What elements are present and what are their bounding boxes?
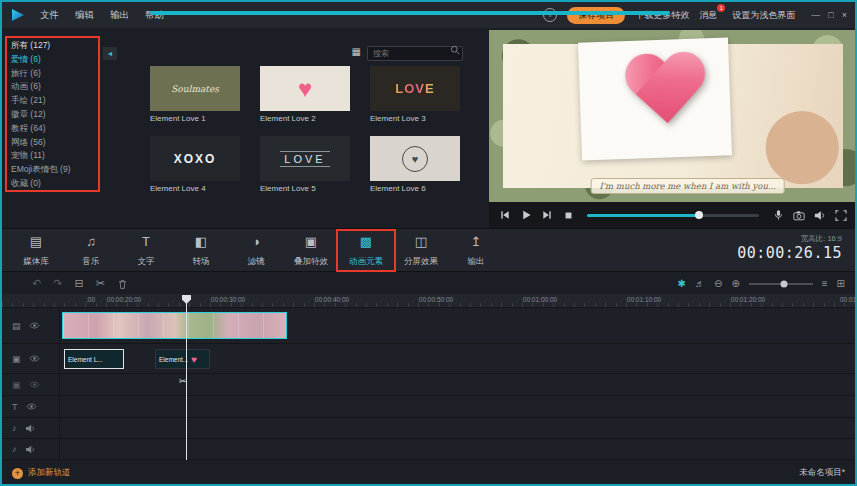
messages-link[interactable]: 消息1 — [699, 9, 722, 22]
category-pets[interactable]: 宠物 (11) — [11, 149, 97, 163]
save-project-button[interactable]: 保存项目 — [567, 7, 625, 24]
tab-overlay[interactable]: ▣叠加特效 — [287, 234, 335, 268]
seek-bar[interactable] — [587, 214, 759, 217]
ruler-label: 00:01:3 — [840, 296, 857, 303]
media-toolbar: ▤媒体库 ♫音乐 T文字 ◧转场 ◑滤镜 ▣叠加特效 ▩动画元素 ◫分屏效果 ↥… — [2, 228, 855, 272]
thumbnail: LOVE — [260, 136, 350, 181]
grid-view-icon[interactable]: ▦ — [352, 46, 361, 57]
library-item[interactable]: Soulmates Element Love 1 — [150, 66, 240, 123]
tab-transition[interactable]: ◧转场 — [177, 234, 225, 268]
fit-timeline-icon[interactable]: ≡ — [822, 278, 828, 289]
category-badge[interactable]: 徽章 (12) — [11, 108, 97, 122]
category-travel[interactable]: 旅行 (6) — [11, 67, 97, 81]
stop-button[interactable] — [561, 208, 575, 222]
timeline-zoom-slider[interactable] — [749, 283, 813, 285]
category-all[interactable]: 所有 (127) — [11, 39, 97, 53]
element-clip-1[interactable]: Element L... — [64, 349, 124, 369]
zoom-handle[interactable] — [780, 280, 787, 287]
search-input[interactable] — [367, 46, 463, 61]
speaker-icon[interactable] — [25, 445, 36, 454]
zoom-in-icon[interactable]: ⊕ — [731, 278, 739, 289]
timeline-ruler[interactable]: :00 00:00:20:00 00:00:30:00 00:00:40:00 … — [2, 294, 855, 308]
eye-icon[interactable] — [29, 380, 40, 389]
category-web[interactable]: 网络 (56) — [11, 136, 97, 150]
zoom-out-icon[interactable]: ⊖ — [714, 278, 722, 289]
category-love[interactable]: 爱情 (6) — [11, 53, 97, 67]
library-item[interactable]: ♥ Element Love 2 — [260, 66, 350, 123]
play-button[interactable] — [519, 208, 533, 222]
maximize-button[interactable]: □ — [828, 10, 833, 20]
add-track-button[interactable]: + 添加新轨道 — [12, 467, 71, 479]
text-track-header: T — [2, 396, 60, 417]
menu-export[interactable]: 输出 — [102, 9, 137, 22]
voiceover-mic-button[interactable] — [771, 208, 785, 222]
library-item[interactable]: LOVE Element Love 3 — [370, 66, 460, 123]
seek-fill — [587, 214, 699, 217]
render-preview-icon[interactable]: ✱ — [678, 278, 686, 289]
minimize-button[interactable]: — — [811, 10, 820, 20]
light-theme-link[interactable]: 设置为浅色界面 — [732, 9, 795, 22]
audio-track-1[interactable]: ♪ — [2, 418, 855, 439]
speaker-icon[interactable] — [25, 424, 36, 433]
element-clip-2[interactable]: Element...♥ — [155, 349, 210, 369]
volume-button[interactable] — [813, 208, 827, 222]
ruler-label: 00:00:40:00 — [315, 296, 349, 303]
category-emoji[interactable]: EMoji表情包 (9) — [11, 163, 97, 177]
category-favorites[interactable]: 收藏 (0) — [11, 177, 97, 191]
snapshot-camera-button[interactable] — [792, 208, 806, 222]
category-handdrawn[interactable]: 手绘 (21) — [11, 94, 97, 108]
video-clip[interactable] — [62, 312, 287, 339]
item-name: Element Love 2 — [260, 114, 350, 123]
audio-mixer-icon[interactable]: ♬ — [695, 278, 705, 289]
media-library-icon: ▤ — [12, 234, 60, 250]
overlay-icon: ▣ — [287, 234, 335, 250]
element-track-1[interactable]: ▣ Element L... Element...♥ — [2, 344, 855, 374]
next-frame-button[interactable] — [540, 208, 554, 222]
app-logo-icon — [12, 9, 24, 21]
tab-label: 叠加特效 — [294, 256, 328, 266]
undo-icon[interactable]: ↶ — [32, 277, 41, 290]
timeline-scrollbar[interactable] — [150, 11, 670, 15]
audio-track-header: ♪ — [2, 418, 60, 438]
seek-handle[interactable] — [695, 211, 703, 219]
tab-split-screen[interactable]: ◫分屏效果 — [397, 234, 445, 268]
eye-icon[interactable] — [26, 402, 37, 411]
audio-track-2[interactable]: ♪ — [2, 439, 855, 460]
aspect-ratio-label[interactable]: 宽高比: 16:9 — [801, 234, 842, 244]
element-track-2[interactable]: ▣ ✂ — [2, 374, 855, 396]
track-manager-icon[interactable]: ⊞ — [837, 278, 845, 289]
tab-filter[interactable]: ◑滤镜 — [232, 234, 280, 268]
category-tutorial[interactable]: 教程 (64) — [11, 122, 97, 136]
tab-media-library[interactable]: ▤媒体库 — [12, 234, 60, 268]
library-item[interactable]: ♥ Element Love 6 — [370, 136, 460, 193]
preview-player: I'm much more me when I am with you... — [489, 30, 857, 202]
playhead[interactable] — [186, 297, 187, 460]
tab-export[interactable]: ↥输出 — [452, 234, 500, 268]
item-name: Element Love 5 — [260, 184, 350, 193]
titlebar: 文件 编辑 输出 帮助 ‖ 保存项目 下载更多特效 消息1 设置为浅色界面 — … — [2, 2, 855, 28]
video-track[interactable]: ▤ — [2, 308, 855, 344]
bottom-bar: + 添加新轨道 未命名项目* — [2, 460, 855, 486]
delete-icon[interactable] — [117, 277, 128, 290]
eye-icon[interactable] — [29, 354, 40, 363]
tab-label: 文字 — [138, 256, 155, 266]
crop-icon[interactable]: ⊟ — [74, 277, 83, 290]
split-scissors-icon[interactable]: ✂ — [96, 277, 105, 290]
tab-elements[interactable]: ▩动画元素 — [342, 234, 390, 268]
titlebar-right: ‖ 保存项目 下载更多特效 消息1 设置为浅色界面 — □ × — [543, 7, 847, 24]
redo-icon[interactable]: ↷ — [53, 277, 62, 290]
menu-edit[interactable]: 编辑 — [67, 9, 102, 22]
window-controls: — □ × — [811, 10, 847, 20]
tab-text[interactable]: T文字 — [122, 234, 170, 268]
close-button[interactable]: × — [842, 10, 847, 20]
clip-label: Element... — [159, 356, 188, 363]
fullscreen-button[interactable] — [834, 208, 848, 222]
library-item[interactable]: XOXO Element Love 4 — [150, 136, 240, 193]
category-animation[interactable]: 动画 (6) — [11, 80, 97, 94]
text-track[interactable]: T — [2, 396, 855, 418]
library-item[interactable]: LOVE Element Love 5 — [260, 136, 350, 193]
tab-music[interactable]: ♫音乐 — [67, 234, 115, 268]
prev-frame-button[interactable] — [498, 208, 512, 222]
menu-file[interactable]: 文件 — [32, 9, 67, 22]
eye-icon[interactable] — [29, 321, 40, 330]
